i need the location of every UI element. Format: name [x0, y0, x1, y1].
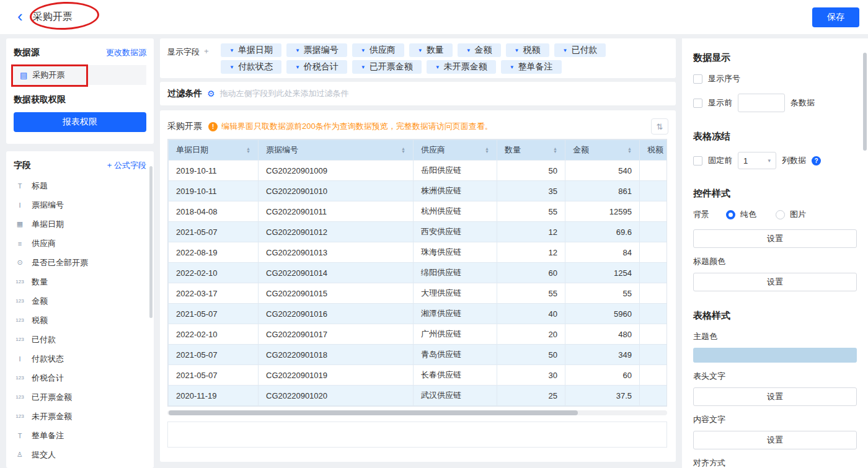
table-cell: CG20220901017 [259, 324, 414, 345]
theme-color-swatch[interactable] [693, 348, 857, 363]
field-chip-5[interactable]: ▼税额 [506, 43, 549, 57]
text-icon: I [14, 201, 26, 209]
field-chip-3[interactable]: ▼数量 [409, 43, 453, 57]
field-chip-8[interactable]: ▼价税合计 [286, 60, 347, 74]
field-label: 已付款 [32, 334, 56, 345]
field-item-5[interactable]: 123数量 [14, 272, 146, 291]
field-label: 是否已全部开票 [32, 257, 88, 268]
field-chip-4[interactable]: ▼金额 [458, 43, 501, 57]
background-set-button[interactable]: 设置 [693, 229, 857, 248]
table-cell [640, 263, 668, 283]
number-icon: 123 [14, 298, 26, 304]
table-cell: 50 [497, 161, 565, 181]
show-first-checkbox[interactable] [693, 99, 702, 108]
field-chip-0[interactable]: ▼单据日期 [221, 43, 281, 57]
table-cell: 20 [497, 324, 565, 345]
field-label: 价税合计 [32, 373, 64, 384]
solid-color-radio[interactable] [726, 210, 735, 219]
column-header-3[interactable]: 数量▲▼ [497, 140, 565, 161]
sort-order-button[interactable]: ⇅ [651, 118, 668, 135]
table-cell: CG20220901014 [259, 263, 414, 283]
row-limit-input[interactable] [738, 94, 785, 112]
sort-icon[interactable]: ▲▼ [246, 147, 250, 153]
field-item-13[interactable]: T整单备注 [14, 426, 146, 445]
table-row-1: 2019-10-11CG20220901010株洲供应链35861 [169, 181, 668, 201]
datasource-item[interactable]: ▤ 采购开票 [14, 65, 146, 85]
change-datasource-link[interactable]: 更改数据源 [106, 47, 146, 58]
save-button[interactable]: 保存 [812, 7, 859, 27]
horizontal-scrollbar[interactable] [167, 410, 667, 415]
table-cell [640, 386, 668, 406]
sort-icon[interactable]: ▲▼ [627, 147, 632, 153]
column-header-4[interactable]: 金额▲▼ [565, 140, 640, 161]
app-root: ‹ 采购开票 保存 数据源 更改数据源 ▤ 采购开票 数据获取权限 报表权限 字… [0, 0, 868, 468]
field-chip-7[interactable]: ▼付款状态 [221, 60, 281, 74]
field-item-4[interactable]: ⊙是否已全部开票 [14, 253, 146, 272]
column-header-1[interactable]: 票据编号▲▼ [259, 140, 414, 161]
content-text-set-button[interactable]: 设置 [693, 431, 857, 449]
horizontal-scrollbar-thumb[interactable] [169, 410, 578, 415]
field-item-7[interactable]: 123税额 [14, 311, 146, 330]
field-chip-6[interactable]: ▼已付款 [554, 43, 606, 57]
page-scrollbar-thumb[interactable] [863, 53, 867, 151]
freeze-columns-checkbox[interactable] [693, 156, 702, 166]
image-radio[interactable] [776, 210, 785, 219]
display-field-chips: ▼单据日期▼票据编号▼供应商▼数量▼金额▼税额▼已付款▼付款状态▼价税合计▼已开… [221, 43, 642, 73]
show-index-checkbox[interactable] [693, 74, 702, 84]
column-label: 金额 [573, 144, 589, 156]
field-item-0[interactable]: T标题 [14, 176, 146, 195]
header-text-set-button[interactable]: 设置 [693, 387, 857, 406]
chip-label: 付款状态 [238, 61, 273, 73]
sort-icon[interactable]: ▲▼ [401, 147, 405, 153]
column-header-5[interactable]: 税额▲▼ [640, 140, 668, 161]
section-table-style: 表格样式 [693, 310, 857, 322]
back-icon[interactable]: ‹ [17, 8, 23, 24]
chevron-down-icon: ▼ [515, 48, 520, 53]
sort-icon[interactable]: ▲▼ [485, 147, 489, 153]
table-row-11: 2020-11-19CG20220901020武汉供应链2537.5 [169, 386, 668, 406]
table-cell: 12 [497, 222, 565, 242]
field-chip-10[interactable]: ▼未开票金额 [427, 60, 496, 74]
field-chip-1[interactable]: ▼票据编号 [286, 43, 347, 57]
chip-label: 金额 [475, 45, 492, 56]
field-item-9[interactable]: I付款状态 [14, 349, 146, 368]
number-icon: 123 [14, 375, 26, 381]
chip-label: 供应商 [370, 45, 396, 56]
formula-field-link[interactable]: + 公式字段 [107, 160, 146, 171]
column-header-2[interactable]: 供应商▲▼ [414, 140, 497, 161]
add-field-icon[interactable]: + [204, 46, 209, 73]
sort-icon[interactable]: ▲▼ [553, 147, 557, 153]
table-row-4: 2022-08-19CG20220901013珠海供应链1284 [169, 242, 668, 263]
table-cell: 湘潭供应链 [414, 304, 497, 324]
table-cell: 2022-02-10 [169, 324, 259, 345]
field-chip-9[interactable]: ▼已开票金额 [352, 60, 422, 74]
field-item-10[interactable]: 123价税合计 [14, 368, 146, 387]
table-cell: CG20220901011 [259, 201, 414, 222]
filter-drop-hint: 拖动左侧字段到此处来添加过滤条件 [220, 88, 349, 99]
field-item-12[interactable]: 123未开票金额 [14, 407, 146, 426]
field-item-3[interactable]: ≡供应商 [14, 234, 146, 253]
help-icon[interactable]: ? [812, 156, 821, 166]
text-icon: I [14, 355, 26, 363]
gear-icon[interactable]: ⚙ [207, 89, 215, 99]
warning-text: 编辑界面只取数据源前200条作为查询数据预览，完整数据请访问页面查看。 [221, 121, 493, 132]
freeze-count-select[interactable]: 1 ▾ [738, 152, 776, 169]
filter-panel: 过滤条件 ⚙ 拖动左侧字段到此处来添加过滤条件 [160, 82, 676, 105]
field-item-14[interactable]: ♙提交人 [14, 445, 146, 464]
field-item-6[interactable]: 123金额 [14, 291, 146, 311]
column-header-0[interactable]: 单据日期▲▼ [169, 140, 259, 161]
table-cell: 25 [497, 386, 565, 406]
fields-scrollbar-thumb[interactable] [149, 166, 153, 318]
report-permission-button[interactable]: 报表权限 [14, 112, 146, 132]
field-chip-2[interactable]: ▼供应商 [352, 43, 404, 57]
field-chip-11[interactable]: ▼整单备注 [501, 60, 562, 74]
title-color-set-button[interactable]: 设置 [693, 273, 857, 291]
field-item-2[interactable]: ▦单据日期 [14, 214, 146, 234]
preview-body: 2019-10-11CG20220901009岳阳供应链505402019-10… [169, 161, 668, 406]
field-label: 整单备注 [32, 430, 64, 441]
table-row-9: 2021-05-07CG20220901018青岛供应链50349 [169, 345, 668, 365]
field-item-1[interactable]: I票据编号 [14, 195, 146, 214]
table-cell [640, 283, 668, 304]
field-item-8[interactable]: 123已付款 [14, 330, 146, 349]
field-item-11[interactable]: 123已开票金额 [14, 387, 146, 407]
